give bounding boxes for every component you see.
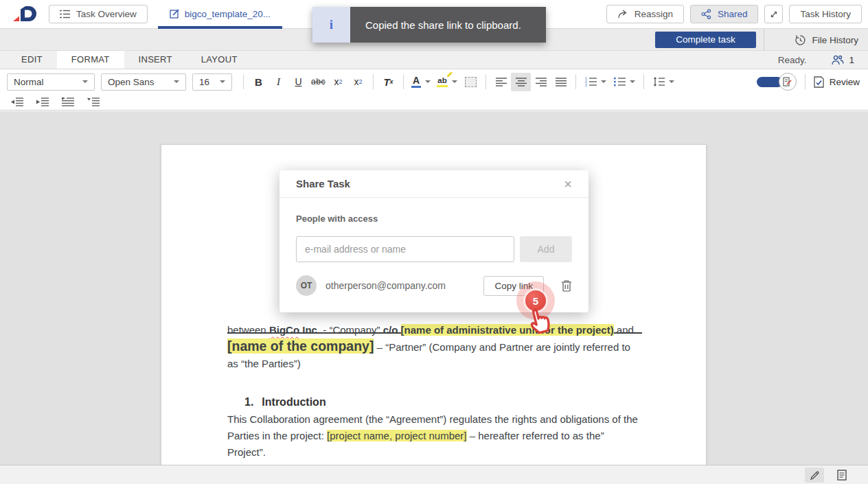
pencil-icon (810, 470, 820, 481)
divider (805, 74, 806, 89)
toast-notification: i Copied the share link to clipboard. (312, 7, 546, 43)
strikethrough-button[interactable]: abc (308, 73, 328, 91)
divider (486, 74, 486, 89)
chevron-down-icon (452, 80, 457, 83)
history-clock-icon (795, 34, 806, 46)
file-history-button[interactable]: File History (795, 29, 858, 51)
font-size-select[interactable]: 16 (192, 73, 232, 91)
section-number: 1. (244, 396, 253, 408)
menu-bar: EDIT FORMAT INSERT LAYOUT Ready. 1 (0, 51, 868, 69)
align-left-icon (496, 78, 507, 87)
list-icon (60, 10, 70, 19)
share-input-row: Add (296, 236, 572, 262)
document-text-icon (837, 470, 847, 481)
subscript-base: x (354, 76, 358, 87)
toast-message: Copied the share link to clipboard. (350, 7, 546, 43)
share-task-modal: Share Task × People with access Add OT o… (279, 170, 589, 312)
paragraph-style-select[interactable]: Normal (7, 73, 95, 91)
topbar-actions: Reassign Shared (606, 5, 862, 23)
document-tab[interactable]: bigco_template_20... (158, 0, 282, 29)
chevron-down-icon (601, 80, 606, 83)
superscript-base: x (334, 76, 339, 87)
decrease-indent-button[interactable] (10, 95, 25, 109)
menu-insert[interactable]: INSERT (124, 51, 187, 69)
font-size-value: 16 (199, 77, 209, 87)
copy-link-button[interactable]: Copy link (483, 276, 544, 296)
task-history-button[interactable]: Task History (789, 5, 862, 23)
underline-button[interactable]: U (288, 73, 308, 91)
task-history-label: Task History (800, 9, 851, 19)
font-family-select[interactable]: Open Sans (101, 73, 186, 91)
superscript-button[interactable]: x2 (328, 73, 348, 91)
track-changes-toggle[interactable] (757, 73, 797, 91)
review-document-icon (814, 76, 824, 88)
complete-task-button[interactable]: Complete task (655, 32, 756, 48)
svg-text:3: 3 (585, 83, 587, 87)
collapse-arrows-icon (770, 10, 778, 19)
chevron-down-icon (174, 80, 179, 83)
divider (643, 74, 644, 89)
menu-edit[interactable]: EDIT (7, 51, 57, 69)
italic-button[interactable]: I (269, 73, 288, 91)
document-paragraph-parties: between BigCo Inc. - “Company” c/o [name… (227, 322, 643, 371)
collapse-panel-button[interactable] (764, 5, 783, 23)
avatar: OT (296, 275, 317, 296)
modal-body: People with access Add OT otherperson@co… (279, 198, 589, 312)
align-center-icon (516, 78, 527, 87)
divider (243, 74, 244, 89)
document-view-button[interactable] (832, 468, 852, 483)
align-center-button[interactable] (511, 73, 531, 91)
borders-button[interactable] (461, 73, 481, 91)
clear-formatting-button[interactable]: Tx (378, 73, 398, 91)
font-family-value: Open Sans (108, 77, 155, 87)
app-window: Task Overview bigco_template_20... Reass… (0, 0, 868, 484)
line-spacing-button[interactable] (649, 73, 678, 91)
add-button[interactable]: Add (520, 236, 572, 262)
bullet-list-button[interactable] (610, 73, 639, 91)
collaborators-icon[interactable] (830, 55, 844, 65)
close-icon[interactable]: × (564, 177, 572, 191)
align-justify-icon (556, 78, 567, 87)
align-justify-button[interactable] (551, 73, 571, 91)
review-button[interactable]: Review (814, 76, 860, 88)
subscript-button[interactable]: x2 (348, 73, 368, 91)
hanging-indent-button[interactable] (86, 95, 101, 109)
toolbar-right-group: Review (757, 69, 860, 94)
font-color-button[interactable]: A (409, 73, 433, 91)
align-right-button[interactable] (531, 73, 551, 91)
document-tab-label: bigco_template_20... (185, 9, 271, 19)
people-with-access-label: People with access (296, 214, 572, 224)
reassign-button[interactable]: Reassign (606, 5, 684, 23)
bold-button[interactable]: B (249, 73, 269, 91)
edit-mode-button[interactable] (805, 468, 824, 483)
numbered-list-icon: 1 2 3 (585, 77, 597, 87)
menu-format[interactable]: FORMAT (57, 51, 124, 69)
align-left-button[interactable] (491, 73, 511, 91)
task-overview-button[interactable]: Task Overview (49, 5, 148, 23)
chevron-down-icon (630, 80, 635, 83)
clear-formatting-mark: x (390, 78, 393, 85)
share-icon (701, 9, 711, 19)
bottom-bar (0, 465, 868, 484)
format-toolbar: Normal Open Sans 16 B I U abc x2 x2 Tx A (0, 69, 868, 94)
delete-trash-icon[interactable] (561, 279, 572, 292)
person-email: otherperson@company.com (326, 280, 483, 291)
first-line-indent-icon (62, 97, 74, 106)
bullet-list-icon (614, 77, 626, 87)
menu-layout[interactable]: LAYOUT (187, 51, 252, 69)
increase-indent-button[interactable] (35, 95, 50, 109)
reassign-arrow-icon (617, 10, 628, 19)
task-overview-label: Task Overview (76, 9, 137, 19)
reassign-label: Reassign (635, 9, 673, 19)
indent-toolbar (0, 94, 868, 111)
modal-header: Share Task × (279, 170, 589, 198)
borders-icon (465, 77, 477, 87)
first-line-indent-button[interactable] (60, 95, 76, 109)
highlight-color-button[interactable]: ab (433, 73, 461, 91)
numbered-list-button[interactable]: 1 2 3 (581, 73, 610, 91)
shared-button[interactable]: Shared (690, 5, 759, 23)
file-history-label: File History (812, 35, 858, 45)
email-input[interactable] (296, 236, 514, 262)
menu-right-status: Ready. 1 (778, 51, 854, 69)
superscript-mark: 2 (339, 78, 342, 85)
